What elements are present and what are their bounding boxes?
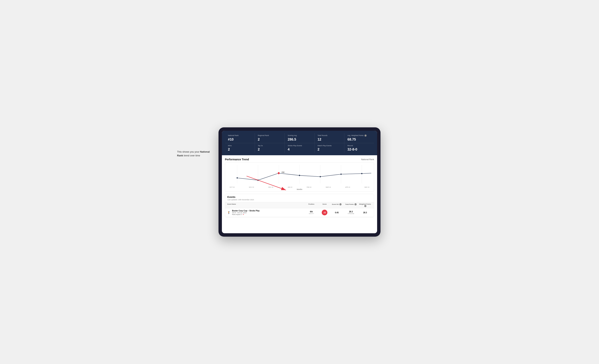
stat-label-avg-weighted-points: Avg. Weighted Points i [347, 134, 371, 137]
stat-avg-weighted-points: Avg. Weighted Points i 68.75 [344, 133, 374, 143]
total-points-cell: 28.3 3 Rounds [344, 211, 359, 214]
x-label-jan24: JAN 24 [288, 186, 292, 188]
performance-trend-title: Performance Trend [225, 158, 249, 161]
event-details: Buster Cozy Cup – Stroke Play Oct 9 - Oc… [232, 210, 260, 215]
svg-point-9 [237, 177, 238, 179]
stat-label-stroke-play: Stroke Play Events [288, 145, 311, 147]
position-value: 6th [304, 211, 319, 213]
stat-label-regional-rank: Regional Rank [258, 134, 282, 137]
weighted-points-value: 28.3 [359, 212, 372, 214]
annotation: This shows you your National Rank trend … [177, 150, 215, 157]
col-event-sg: Event SG i [330, 203, 344, 207]
stat-value-scoring-avg: 286.5 [288, 138, 311, 142]
events-header-area: Events Last updated: 24th November 2023 [225, 194, 374, 202]
chart-x-title: Months [228, 188, 371, 190]
event-sg-value: 0.45 [330, 212, 344, 214]
x-label-feb24: FEB 24 [307, 186, 311, 188]
event-name-cell: 🏌️ Buster Cozy Cup – Stroke Play Oct 9 -… [227, 210, 304, 215]
event-sg-cell: 0.45 [330, 212, 344, 214]
stat-wins: Wins 2 [225, 143, 255, 153]
stat-match-play: Match Play Events 2 [315, 143, 344, 153]
stat-scoring-avg: Scoring Avg. 286.5 [285, 133, 315, 143]
stat-label-wins: Wins [228, 145, 252, 147]
info-icon-event-sg: i [339, 203, 342, 205]
events-table-header: Event Name Position Score Event SG i Tot… [225, 202, 374, 208]
content-area: Performance Trend National Rank [222, 155, 377, 233]
x-label-nov23: NOV 23 [249, 186, 254, 188]
chart-x-labels: OCT 23 NOV 23 DEC 23 JAN 24 FEB 24 MAR 2… [228, 186, 371, 188]
event-date: Oct 9 - Oct 10, 2023 [232, 212, 260, 214]
events-section: Events Last updated: 24th November 2023 … [225, 194, 374, 217]
rank-impact-arrow: ▼ [243, 214, 244, 215]
col-weighted-points: Weighted Points i [359, 203, 372, 207]
weighted-points-cell: 28.3 [359, 212, 372, 214]
event-icon: 🏌️ [227, 211, 230, 214]
stat-value-stroke-play: 4 [288, 148, 311, 151]
x-label-mar24: MAR 24 [326, 186, 331, 188]
stat-value-regional-rank: 2 [258, 138, 282, 142]
stat-label-record: Record [347, 145, 371, 147]
events-title: Events [227, 195, 372, 198]
total-points-value: 28.3 [344, 211, 359, 213]
x-label-apr24: APR 24 [345, 186, 350, 188]
col-event-name: Event Name [227, 203, 304, 207]
stat-value-wins: 2 [228, 148, 252, 151]
svg-text:#10: #10 [282, 171, 284, 173]
event-row[interactable]: 🏌️ Buster Cozy Cup – Stroke Play Oct 9 -… [225, 208, 374, 217]
stat-label-total-rounds: Total Rounds [317, 134, 341, 137]
performance-trend-label: National Rank [361, 158, 374, 160]
chart-container: #10 OCT 23 NOV 23 DEC 23 JAN 24 FEB 24 M… [225, 162, 374, 192]
total-points-sub: 3 Rounds [344, 213, 359, 214]
info-icon-weighted-points: i [364, 205, 366, 207]
stats-header: National Rank #10 Regional Rank 2 Scorin… [222, 131, 377, 155]
stat-value-national-rank: #10 [228, 138, 252, 142]
col-position: Position [304, 203, 319, 207]
svg-point-10 [257, 179, 258, 181]
svg-point-15 [361, 173, 362, 174]
annotation-text: This shows you your National Rank trend … [177, 150, 210, 157]
performance-trend-header: Performance Trend National Rank [225, 158, 374, 161]
svg-point-12 [299, 175, 300, 176]
col-score: Score [319, 203, 330, 207]
stat-total-rounds: Total Rounds 12 [315, 133, 344, 143]
x-label-oct23: OCT 23 [230, 186, 235, 188]
tablet-frame: National Rank #10 Regional Rank 2 Scorin… [219, 127, 380, 237]
stat-national-rank: National Rank #10 [225, 133, 255, 143]
performance-chart: #10 [228, 165, 371, 186]
stat-label-match-play: Match Play Events [317, 145, 341, 147]
x-label-may24: MAY 24 [364, 186, 369, 188]
event-position: 6th out of 7 [304, 211, 319, 214]
stat-label-top3s: Top 3s [258, 145, 282, 147]
rank-impact: Rank Impact: 3 ▼ [232, 214, 260, 215]
stat-value-top3s: 2 [258, 148, 282, 151]
event-score-cell: -22 [319, 210, 330, 215]
events-last-updated: Last updated: 24th November 2023 [227, 199, 372, 201]
stat-record: Record 32-8-0 [344, 143, 374, 153]
position-sub: out of 7 [304, 213, 319, 214]
stat-value-match-play: 2 [317, 148, 341, 151]
stat-label-scoring-avg: Scoring Avg. [288, 134, 311, 137]
info-icon-weighted: i [364, 134, 367, 137]
stat-stroke-play: Stroke Play Events 4 [285, 143, 315, 153]
event-name: Buster Cozy Cup – Stroke Play [232, 210, 260, 212]
x-label-dec23: DEC 23 [268, 186, 273, 188]
tablet-screen: National Rank #10 Regional Rank 2 Scorin… [222, 131, 377, 233]
stat-value-avg-weighted-points: 68.75 [347, 138, 371, 142]
stat-value-total-rounds: 12 [317, 138, 341, 142]
stat-label-national-rank: National Rank [228, 134, 252, 137]
svg-point-14 [341, 174, 342, 175]
stat-value-record: 32-8-0 [347, 148, 371, 151]
stat-regional-rank: Regional Rank 2 [255, 133, 285, 143]
svg-point-13 [320, 176, 321, 178]
svg-point-11 [278, 172, 280, 174]
score-badge: -22 [322, 210, 327, 215]
col-total-points: Total Points i [344, 203, 359, 207]
stat-top3s: Top 3s 2 [255, 143, 285, 153]
info-icon-total-points: i [354, 203, 357, 205]
